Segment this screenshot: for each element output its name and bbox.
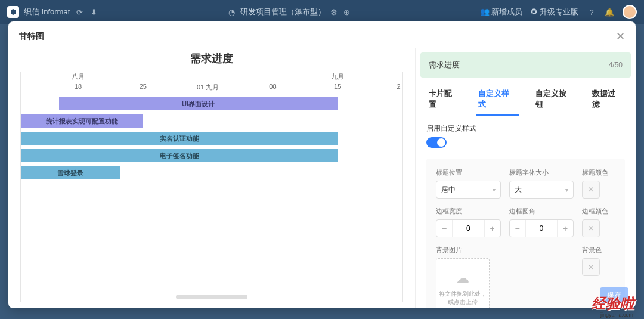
modal-body: 需求进度 八月九月 182501 九月08152 UI界面设计统计报表实现可配置… bbox=[8, 48, 636, 308]
enable-style-label: 启用自定义样式 bbox=[426, 123, 625, 134]
timeline-days: 182501 九月08152 bbox=[21, 83, 402, 94]
border-radius-label: 边框圆角 bbox=[509, 207, 574, 216]
tab-custom-button[interactable]: 自定义按钮 bbox=[533, 83, 576, 116]
day-label: 15 bbox=[334, 83, 341, 90]
day-label: 2 bbox=[397, 83, 401, 90]
tab-custom-style[interactable]: 自定义样式 bbox=[476, 83, 519, 116]
topbar-center: ◔ 研发项目管理（瀑布型） ⚙ ⊕ bbox=[98, 7, 479, 17]
gantt-bar[interactable]: 雪球登录 bbox=[21, 166, 120, 179]
panel-tabs: 卡片配置 自定义样式 自定义按钮 数据过滤 bbox=[416, 78, 636, 116]
center-title: 研发项目管理（瀑布型） bbox=[240, 7, 326, 17]
tab-card-config[interactable]: 卡片配置 bbox=[426, 83, 462, 116]
enable-style-toggle[interactable] bbox=[426, 137, 447, 148]
cloud-upload-icon: ☁ bbox=[456, 270, 469, 288]
modal-title: 甘特图 bbox=[19, 31, 44, 42]
upgrade-button[interactable]: ✪ 升级专业版 bbox=[531, 7, 578, 17]
day-label: 18 bbox=[75, 83, 82, 90]
panel-header: 需求进度 4/50 bbox=[420, 52, 631, 78]
day-label: 01 九月 bbox=[197, 83, 219, 92]
logo-icon bbox=[7, 6, 19, 18]
cube-icon: ◔ bbox=[227, 7, 237, 17]
download-icon[interactable]: ⬇ bbox=[89, 7, 98, 17]
help-icon[interactable]: ? bbox=[587, 7, 596, 17]
watermark-logo: 经验啦 bbox=[592, 294, 634, 313]
brand-text: 织信 Informat bbox=[24, 7, 70, 17]
panel-header-title: 需求进度 bbox=[429, 60, 460, 70]
plus-icon[interactable]: ⊕ bbox=[342, 7, 352, 17]
bg-color-label: 背景色 bbox=[582, 246, 615, 255]
close-icon[interactable]: ✕ bbox=[616, 30, 625, 43]
minus-icon[interactable]: − bbox=[436, 220, 452, 237]
modal: 甘特图 ✕ 需求进度 八月九月 182501 九月08152 UI界面设计统计报… bbox=[8, 21, 636, 308]
month-label: 八月 bbox=[72, 72, 85, 81]
topbar: 织信 Informat ⟳ ⬇ ◔ 研发项目管理（瀑布型） ⚙ ⊕ 👥 新增成员… bbox=[0, 0, 644, 24]
topbar-left: 织信 Informat ⟳ ⬇ bbox=[7, 6, 98, 18]
bg-image-upload[interactable]: ☁ 将文件拖到此处，或点击上传 bbox=[436, 258, 490, 308]
watermark-url: jingyanla.com bbox=[600, 312, 633, 318]
border-radius-stepper[interactable]: −0+ bbox=[509, 219, 574, 237]
topbar-right: 👥 新增成员 ✪ 升级专业版 ? 🔔 bbox=[480, 5, 637, 19]
border-width-stepper[interactable]: −0+ bbox=[436, 219, 501, 237]
gantt-bar[interactable]: 电子签名功能 bbox=[21, 149, 338, 162]
bell-icon[interactable]: 🔔 bbox=[605, 7, 614, 17]
border-color-picker[interactable]: ✕ bbox=[582, 219, 600, 237]
gantt-bar[interactable]: 统计报表实现可配置功能 bbox=[21, 114, 143, 128]
panel-body: 启用自定义样式 标题位置 居中▾ 标题字体大小 大▾ 标题颜色 bbox=[416, 116, 636, 308]
plus-icon[interactable]: + bbox=[485, 220, 500, 237]
gantt-bar[interactable]: 实名认证功能 bbox=[21, 132, 338, 145]
title-size-label: 标题字体大小 bbox=[509, 168, 574, 177]
day-label: 08 bbox=[269, 83, 276, 90]
month-label: 九月 bbox=[331, 72, 344, 81]
gantt-chart: 八月九月 182501 九月08152 UI界面设计统计报表实现可配置功能实名认… bbox=[20, 72, 403, 302]
add-member-button[interactable]: 👥 新增成员 bbox=[480, 7, 523, 17]
border-width-label: 边框宽度 bbox=[436, 207, 501, 216]
gear-icon[interactable]: ⚙ bbox=[329, 7, 339, 17]
day-label: 25 bbox=[140, 83, 147, 90]
minus-icon[interactable]: − bbox=[510, 220, 525, 237]
title-color-picker[interactable]: ✕ bbox=[582, 181, 600, 199]
gantt-title: 需求进度 bbox=[8, 48, 415, 72]
border-color-label: 边框颜色 bbox=[582, 207, 615, 216]
title-color-label: 标题颜色 bbox=[582, 168, 615, 177]
horizontal-scrollbar[interactable] bbox=[176, 295, 247, 299]
avatar[interactable] bbox=[623, 5, 637, 19]
chevron-down-icon: ▾ bbox=[493, 187, 496, 193]
side-panel: 需求进度 4/50 卡片配置 自定义样式 自定义按钮 数据过滤 启用自定义样式 … bbox=[415, 48, 636, 308]
title-size-select[interactable]: 大▾ bbox=[509, 181, 574, 199]
panel-count: 4/50 bbox=[609, 61, 623, 69]
bg-image-label: 背景图片 bbox=[436, 246, 490, 255]
upload-hint: 将文件拖到此处，或点击上传 bbox=[436, 290, 489, 306]
title-position-select[interactable]: 居中▾ bbox=[436, 181, 501, 199]
gantt-bar[interactable]: UI界面设计 bbox=[59, 97, 338, 110]
gantt-area: 需求进度 八月九月 182501 九月08152 UI界面设计统计报表实现可配置… bbox=[8, 48, 415, 308]
chevron-down-icon: ▾ bbox=[565, 187, 568, 193]
style-form: 标题位置 居中▾ 标题字体大小 大▾ 标题颜色 ✕ bbox=[426, 159, 625, 308]
refresh-icon[interactable]: ⟳ bbox=[75, 7, 84, 17]
timeline-months: 八月九月 bbox=[21, 72, 402, 83]
plus-icon[interactable]: + bbox=[558, 220, 573, 237]
tab-data-filter[interactable]: 数据过滤 bbox=[590, 83, 625, 116]
title-position-label: 标题位置 bbox=[436, 168, 501, 177]
modal-header: 甘特图 ✕ bbox=[8, 21, 636, 48]
bg-color-picker[interactable]: ✕ bbox=[582, 258, 600, 276]
